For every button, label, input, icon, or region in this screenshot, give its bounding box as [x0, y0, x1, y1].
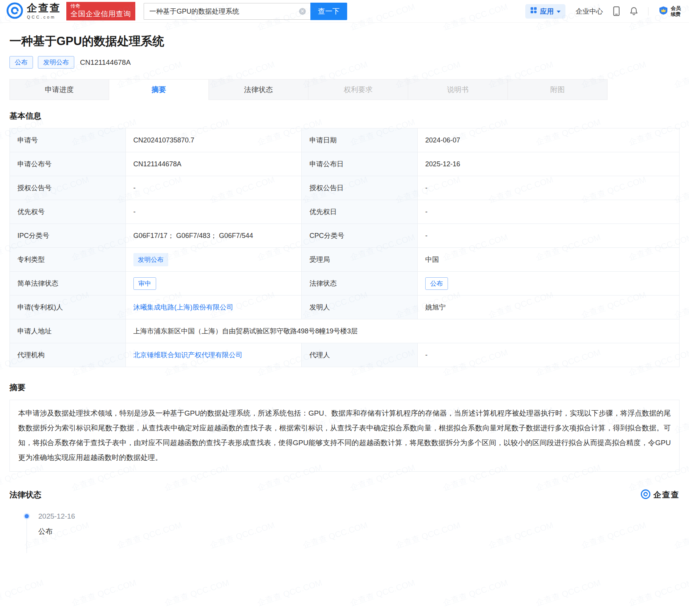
tab-drawings[interactable]: 附图 [508, 79, 608, 100]
field-label: 法律状态 [302, 272, 418, 295]
field-value: - [418, 176, 680, 200]
basic-info-table: 申请号 CN202410735870.7 申请日期 2024-06-07 申请公… [9, 128, 680, 367]
field-value: 上海市浦东新区中国（上海）自由贸易试验区郭守敬路498号8幢19号楼3层 [125, 319, 679, 343]
field-label: IPC分类号 [10, 224, 126, 248]
simple-legal-status-tag: 审中 [133, 277, 156, 290]
qcc-mini-icon [640, 489, 651, 501]
tab-specification[interactable]: 说明书 [408, 79, 508, 100]
abstract-text: 本申请涉及数据处理技术领域，特别是涉及一种基于GPU的数据处理系统，所述系统包括… [9, 400, 680, 472]
field-label: 发明人 [302, 295, 418, 319]
field-label: 申请(专利权)人 [10, 295, 126, 319]
table-row: 优先权号 - 优先权日 - [10, 200, 680, 224]
tab-abstract[interactable]: 摘要 [109, 79, 209, 100]
legal-status-tag: 公布 [425, 277, 448, 290]
enterprise-center-link[interactable]: 企业中心 [576, 7, 603, 16]
clear-search-icon[interactable]: ✕ [299, 8, 306, 15]
field-label: 申请日期 [302, 128, 418, 152]
promo-line1: 传奇 [70, 3, 131, 9]
field-label: 申请号 [10, 128, 126, 152]
chevron-down-icon [557, 11, 561, 13]
table-row: 申请(专利权)人 沐曦集成电路(上海)股份有限公司 发明人 姚旭宁 [10, 295, 680, 319]
search-input[interactable] [144, 3, 310, 20]
field-value: - [418, 224, 680, 248]
field-value: 中国 [418, 248, 680, 272]
qcc-watermark-logo: 企查查 [640, 489, 680, 501]
tab-application-progress[interactable]: 申请进度 [9, 79, 109, 100]
timeline-status: 公布 [38, 527, 680, 536]
notifications-bell-icon[interactable] [630, 7, 638, 16]
promo-badge[interactable]: 传奇 全国企业信用查询 [66, 2, 135, 21]
field-value: - [125, 176, 302, 200]
field-label: 申请人地址 [10, 319, 126, 343]
vip-line2: 续费 [671, 11, 681, 17]
field-value: CN202410735870.7 [125, 128, 302, 152]
agency-link[interactable]: 北京锤维联合知识产权代理有限公司 [133, 351, 243, 359]
vip-text: 会员 续费 [671, 5, 681, 17]
mobile-app-icon[interactable] [613, 6, 620, 16]
tab-legal-status[interactable]: 法律状态 [209, 79, 308, 100]
vip-line1: 会员 [671, 5, 681, 11]
field-value: - [418, 343, 680, 367]
timeline-item: 2025-12-16 公布 [25, 512, 680, 536]
field-label: 授权公告号 [10, 176, 126, 200]
search-button[interactable]: 查一下 [310, 3, 347, 20]
field-value: 审中 [125, 272, 302, 295]
promo-line2: 全国企业信用查询 [70, 9, 131, 19]
type-tag: 发明公布 [38, 56, 74, 69]
field-label: 简单法律状态 [10, 272, 126, 295]
field-value: - [418, 200, 680, 224]
table-row: 简单法律状态 审中 法律状态 公布 [10, 272, 680, 295]
main-content: 一种基于GPU的数据处理系统 公布 发明公布 CN121144678A 申请进度… [0, 33, 689, 582]
apps-grid-icon [530, 7, 537, 16]
field-value: G06F17/17； G06F7/483； G06F7/544 [125, 224, 302, 248]
qcc-mini-text: 企查查 [653, 489, 680, 500]
tabs-filler [608, 79, 680, 100]
field-label: 代理人 [302, 343, 418, 367]
field-value: 北京锤维联合知识产权代理有限公司 [125, 343, 302, 367]
applicant-link[interactable]: 沐曦集成电路(上海)股份有限公司 [133, 303, 233, 311]
field-value: 沐曦集成电路(上海)股份有限公司 [125, 295, 302, 319]
table-row: 代理机构 北京锤维联合知识产权代理有限公司 代理人 - [10, 343, 680, 367]
field-label: 受理局 [302, 248, 418, 272]
header-divider [648, 7, 648, 16]
field-label: 优先权号 [10, 200, 126, 224]
field-label: 代理机构 [10, 343, 126, 367]
table-row: 授权公告号 - 授权公告日 - [10, 176, 680, 200]
tab-claims[interactable]: 权利要求 [308, 79, 408, 100]
brand-name: 企查查 [27, 3, 61, 13]
field-value: 2024-06-07 [418, 128, 680, 152]
patent-tag-row: 公布 发明公布 CN121144678A [9, 56, 680, 69]
field-value: 2025-12-16 [418, 152, 680, 176]
brand-domain: QCC.com [27, 15, 61, 19]
table-row: 专利类型 发明公布 受理局 中国 [10, 248, 680, 272]
field-label: 授权公告日 [302, 176, 418, 200]
qcc-logo-text: 企查查 QCC.com [27, 3, 61, 19]
publication-number: CN121144678A [80, 58, 131, 67]
table-row: 申请号 CN202410735870.7 申请日期 2024-06-07 [10, 128, 680, 152]
header-nav: 应用 企业中心 [525, 4, 681, 19]
legal-status-header: 法律状态 企查查 [9, 489, 680, 501]
abstract-heading: 摘要 [9, 382, 680, 393]
top-header: 企查查 QCC.com 传奇 全国企业信用查询 ✕ 查一下 [0, 0, 689, 23]
vip-renew-badge[interactable]: 会员 续费 [659, 5, 681, 17]
page: 企查查 QCC.com 传奇 全国企业信用查询 ✕ 查一下 [0, 0, 689, 616]
qcc-logo[interactable]: 企查查 QCC.com [6, 2, 61, 21]
field-value: - [125, 200, 302, 224]
field-value: 公布 [418, 272, 680, 295]
timeline-dot-icon [25, 514, 29, 518]
apps-label: 应用 [540, 7, 554, 16]
table-row: 申请人地址 上海市浦东新区中国（上海）自由贸易试验区郭守敬路498号8幢19号楼… [10, 319, 680, 343]
tabs-bar: 申请进度 摘要 法律状态 权利要求 说明书 附图 [9, 79, 680, 100]
field-value: CN121144678A [125, 152, 302, 176]
search-bar: ✕ 查一下 [144, 3, 347, 20]
crown-icon [659, 6, 668, 16]
field-label: 优先权日 [302, 200, 418, 224]
basic-info-heading: 基本信息 [9, 111, 680, 121]
apps-menu[interactable]: 应用 [525, 4, 565, 19]
timeline-date: 2025-12-16 [38, 512, 680, 521]
status-tag: 公布 [9, 56, 33, 69]
qcc-logo-icon [6, 2, 23, 21]
field-value: 姚旭宁 [418, 295, 680, 319]
table-row: 申请公布号 CN121144678A 申请公布日 2025-12-16 [10, 152, 680, 176]
legal-status-timeline: 2025-12-16 公布 [25, 512, 680, 582]
